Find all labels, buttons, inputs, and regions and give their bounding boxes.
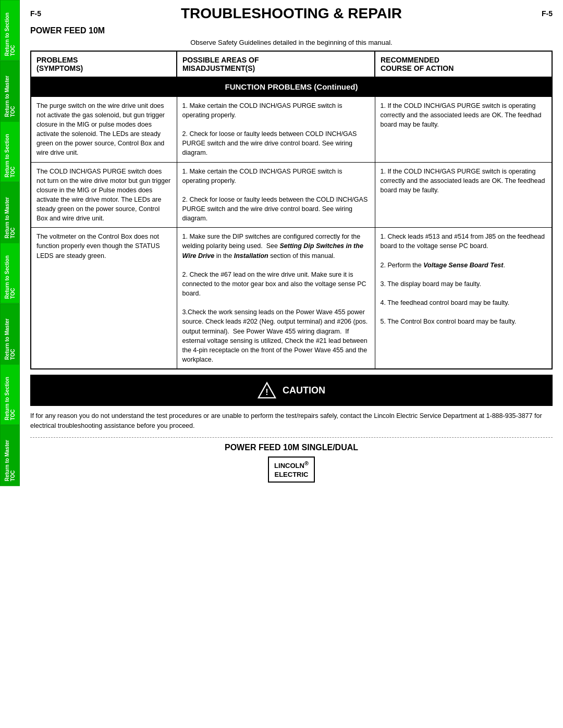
problem-cell-3: The voltmeter on the Control Box does no… [31, 228, 177, 369]
safety-note: Observe Safety Guidelines detailed in th… [30, 39, 553, 46]
sidebar-item-section-toc-3[interactable]: Return to Section TOC [0, 243, 20, 304]
dashed-divider [30, 437, 553, 438]
troubleshooting-table: PROBLEMS(SYMPTOMS) POSSIBLE AREAS OFMISA… [30, 51, 553, 369]
sidebar-item-section-toc-1[interactable]: Return to Section TOC [0, 0, 20, 61]
action-cell-3: 1. Check leads #513 and #514 from J85 on… [375, 228, 552, 369]
col-header-action: RECOMMENDEDCOURSE OF ACTION [375, 51, 552, 77]
caution-box: ! CAUTION [30, 375, 553, 406]
svg-text:!: ! [265, 387, 268, 397]
col-header-problems: PROBLEMS(SYMPTOMS) [31, 51, 177, 77]
bottom-title: POWER FEED 10M SINGLE/DUAL [30, 443, 553, 452]
problem-cell-2: The COLD INCH/GAS PURGE switch does not … [31, 162, 177, 228]
page-code-left: F-5 [30, 9, 41, 18]
table-row: The COLD INCH/GAS PURGE switch does not … [31, 162, 552, 228]
sidebar-item-master-toc-1[interactable]: Return to Master TOC [0, 61, 20, 122]
col-header-misadjust: POSSIBLE AREAS OFMISADJUSTMENT(S) [177, 51, 375, 77]
footer-text: If for any reason you do not understand … [30, 411, 553, 431]
lincoln-logo: LINCOLN® ELECTRIC [268, 456, 315, 483]
problem-cell-1: The purge switch on the wire drive unit … [31, 96, 177, 162]
caution-triangle-icon: ! [258, 381, 276, 400]
sidebar-item-section-toc-4[interactable]: Return to Section TOC [0, 364, 20, 425]
caution-label: CAUTION [283, 385, 325, 396]
function-header-row: FUNCTION PROBLEMS (Continued) [31, 77, 552, 96]
bottom-section: POWER FEED 10M SINGLE/DUAL LINCOLN® ELEC… [30, 443, 553, 483]
misadjust-cell-1: 1. Make certain the COLD INCH/GAS PURGE … [177, 96, 375, 162]
main-content: F-5 TROUBLESHOOTING & REPAIR F-5 POWER F… [20, 0, 563, 493]
lincoln-logo-electric: ELECTRIC [274, 471, 308, 478]
sidebar-item-master-toc-4[interactable]: Return to Master TOC [0, 425, 20, 486]
misadjust-cell-2: 1. Make certain the COLD INCH/GAS PURGE … [177, 162, 375, 228]
page-title: TROUBLESHOOTING & REPAIR [41, 5, 542, 22]
lincoln-logo-text: LINCOLN® [274, 462, 309, 470]
function-header-cell: FUNCTION PROBLEMS (Continued) [31, 77, 552, 96]
sidebar: Return to Section TOC Return to Master T… [0, 0, 20, 728]
page-code-right: F-5 [542, 9, 553, 18]
sidebar-item-master-toc-2[interactable]: Return to Master TOC [0, 182, 20, 243]
action-cell-1: 1. If the COLD INCH/GAS PURGE switch is … [375, 96, 552, 162]
misadjust-cell-3: 1. Make sure the DIP switches are config… [177, 228, 375, 369]
page-header: F-5 TROUBLESHOOTING & REPAIR F-5 [30, 5, 553, 22]
table-row: The voltmeter on the Control Box does no… [31, 228, 552, 369]
action-cell-2: 1. If the COLD INCH/GAS PURGE switch is … [375, 162, 552, 228]
table-row: The purge switch on the wire drive unit … [31, 96, 552, 162]
sidebar-item-section-toc-2[interactable]: Return to Section TOC [0, 121, 20, 182]
sidebar-item-master-toc-3[interactable]: Return to Master TOC [0, 304, 20, 365]
section-heading: POWER FEED 10M [30, 26, 553, 35]
